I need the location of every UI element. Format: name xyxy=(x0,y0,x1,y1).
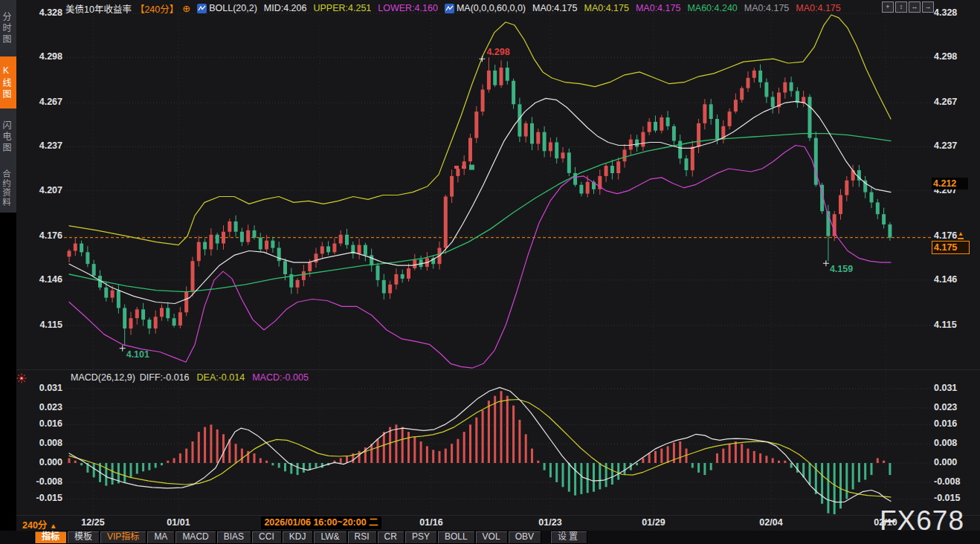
macd-axis-label: 0.023 xyxy=(25,402,62,412)
indicator-readout: MID:4.206 xyxy=(264,3,307,13)
zoom-vertical-icon[interactable]: ↕ xyxy=(895,1,907,13)
watermark-fx678: FX678 xyxy=(880,505,964,537)
toolbar-item-cr[interactable]: CR xyxy=(377,531,404,544)
last-price-badge: 4.212 xyxy=(932,178,968,190)
move-icon[interactable]: + xyxy=(882,1,894,13)
toolbar-item-psy[interactable]: PSY xyxy=(404,531,437,544)
chart-line-icon xyxy=(197,4,207,13)
toolbar-item-macd[interactable]: MACD xyxy=(175,531,216,544)
window-controls: +↕↔→ xyxy=(882,1,934,13)
macd-params: MACD(26,12,9) xyxy=(71,372,135,383)
add-indicator-icon[interactable]: ⊕ xyxy=(182,3,190,14)
macd-axis-label: 0.008 xyxy=(934,438,979,448)
macd-layer xyxy=(68,387,892,514)
toolbar-item-vol[interactable]: VOL xyxy=(475,531,508,544)
candlestick-layer xyxy=(68,57,892,346)
macd-axis-label: 0.000 xyxy=(934,457,979,467)
marquee-indicator-icon[interactable] xyxy=(16,373,27,386)
price-axis-label: 4.146 xyxy=(934,274,979,285)
macd-header: MACD(26,12,9) DIFF:-0.016 DEA:-0.014 MAC… xyxy=(71,372,309,383)
boll-ma-layer xyxy=(69,15,891,368)
low-price-annotation: 4.159 xyxy=(830,264,853,274)
indicator-readout: MA0:4.175 xyxy=(532,3,577,13)
indicator-header: 美债10年收益率 【240分】 ⊕ BOLL(20,2)MID:4.206UPP… xyxy=(65,0,841,16)
sidebar-item-flash-chart[interactable]: 闪电图 xyxy=(0,111,16,162)
macd-macd-readout: MACD:-0.005 xyxy=(252,372,309,383)
sidebar: 分时图K线图闪电图合约资料 xyxy=(0,0,16,544)
indicator-readout: MA0:4.175 xyxy=(796,3,840,13)
price-axis-label: 4.298 xyxy=(934,51,979,62)
chart-app: 4.2984.1014.159 分时图K线图闪电图合约资料 美债10年收益率 【… xyxy=(0,0,980,544)
sidebar-item-contract-info[interactable]: 合约资料 xyxy=(0,165,16,211)
price-axis-label: 4.298 xyxy=(25,51,62,62)
indicator-readout: MA0:4.175 xyxy=(584,3,628,13)
main-chart-canvas[interactable]: 4.2984.1014.159 xyxy=(0,0,980,544)
toolbar-item-lw[interactable]: LW& xyxy=(313,531,346,544)
price-axis-label: 4.176 xyxy=(934,230,979,241)
price-axis-label: 4.207 xyxy=(25,185,62,195)
sidebar-item-kline-chart[interactable]: K线图 xyxy=(0,56,16,109)
toolbar-item-rsi[interactable]: RSI xyxy=(347,531,377,544)
toolbar-item-indicator[interactable]: 指标 xyxy=(34,531,67,544)
price-axis-label: 4.267 xyxy=(25,97,62,107)
indicator-readout-text: MA60:4.240 xyxy=(687,3,737,13)
price-axis-label: 4.237 xyxy=(25,140,62,151)
period-selector[interactable]: 240分 ▲ xyxy=(22,517,57,531)
chart-line-icon xyxy=(445,4,454,13)
gap-marker-box xyxy=(469,165,474,170)
indicator-readout-text: MA(0,0,0,60,0,0) xyxy=(457,3,526,13)
macd-axis-label: 0.031 xyxy=(934,383,979,393)
macd-axis-label: 0.016 xyxy=(25,418,62,429)
indicator-readout: LOWER:4.160 xyxy=(378,3,438,13)
toolbar-item-ma[interactable]: MA xyxy=(146,531,175,544)
price-axis-label: 4.115 xyxy=(25,320,62,330)
indicator-readout-text: LOWER:4.160 xyxy=(378,3,438,13)
toolbar-item-bias[interactable]: BIAS xyxy=(216,531,251,544)
macd-axis-label: -0.015 xyxy=(934,493,979,503)
macd-diff-readout: DIFF:-0.016 xyxy=(140,372,190,383)
price-axis-label: 4.115 xyxy=(934,320,979,330)
indicator-readout-text: BOLL(20,2) xyxy=(209,3,257,13)
macd-axis-label: -0.015 xyxy=(25,493,62,503)
indicator-readout-text: MA0:4.175 xyxy=(636,3,680,13)
macd-axis-label: 0.031 xyxy=(25,383,62,393)
x-axis-tick: 01/16 xyxy=(419,517,442,528)
macd-axis-label: 0.016 xyxy=(934,418,979,429)
toolbar-item-vip-indicator[interactable]: VIP指标 xyxy=(100,531,146,544)
x-axis-tick: 01/23 xyxy=(538,517,561,528)
indicator-readout: MA0:4.175 xyxy=(744,3,789,13)
toolbar-item-kdj[interactable]: KDJ xyxy=(282,531,314,544)
zoom-horizontal-icon[interactable]: ↔ xyxy=(909,1,921,13)
x-axis-bar: 240分 ▲ 2026/01/06 16:00~20:00 二 12/2501/… xyxy=(16,516,980,531)
page-title: 美债10年收益率 xyxy=(65,1,132,16)
indicator-readout: UPPER:4.251 xyxy=(313,3,371,13)
macd-dea-readout: DEA:-0.014 xyxy=(197,372,245,383)
x-axis-tick: 01/01 xyxy=(167,517,190,528)
price-axis-label: 4.328 xyxy=(25,7,62,18)
toolbar-item-obv[interactable]: OBV xyxy=(508,531,541,544)
x-axis-tick: 01/29 xyxy=(642,517,665,528)
indicator-readout: MA(0,0,0,60,0,0) xyxy=(445,3,526,13)
period-badge[interactable]: 【240分】 xyxy=(135,1,178,16)
indicator-toolbar: 指标模板VIP指标MAMACDBIASCCIKDJLW&RSICRPSYBOLL… xyxy=(0,531,980,544)
toolbar-item-settings[interactable]: 设置 xyxy=(550,531,587,544)
macd-axis-label: 0.008 xyxy=(25,438,62,448)
toolbar-item-boll[interactable]: BOLL xyxy=(437,531,475,544)
sidebar-item-time-chart[interactable]: 分时图 xyxy=(0,3,16,54)
macd-axis-label: 0.023 xyxy=(934,402,979,412)
x-axis-tick: 02/04 xyxy=(759,517,782,528)
ref-price-marker-icon: ▲ xyxy=(958,231,964,239)
indicator-readout: BOLL(20,2) xyxy=(197,3,257,13)
indicator-readout-text: MA0:4.175 xyxy=(584,3,628,13)
low-price-annotation: 4.101 xyxy=(126,349,149,360)
chevron-up-icon: ▲ xyxy=(50,522,57,530)
pan-right-icon[interactable]: → xyxy=(922,1,934,13)
pane-separator xyxy=(16,369,980,370)
indicator-readout: MA0:4.175 xyxy=(636,3,680,13)
indicator-readout-text: MID:4.206 xyxy=(264,3,307,13)
indicator-readout: MA60:4.240 xyxy=(687,3,737,13)
toolbar-item-template[interactable]: 模板 xyxy=(67,531,100,544)
high-price-annotation: 4.298 xyxy=(486,47,509,57)
toolbar-item-cci[interactable]: CCI xyxy=(251,531,282,544)
indicator-readout-text: MA0:4.175 xyxy=(744,3,789,13)
